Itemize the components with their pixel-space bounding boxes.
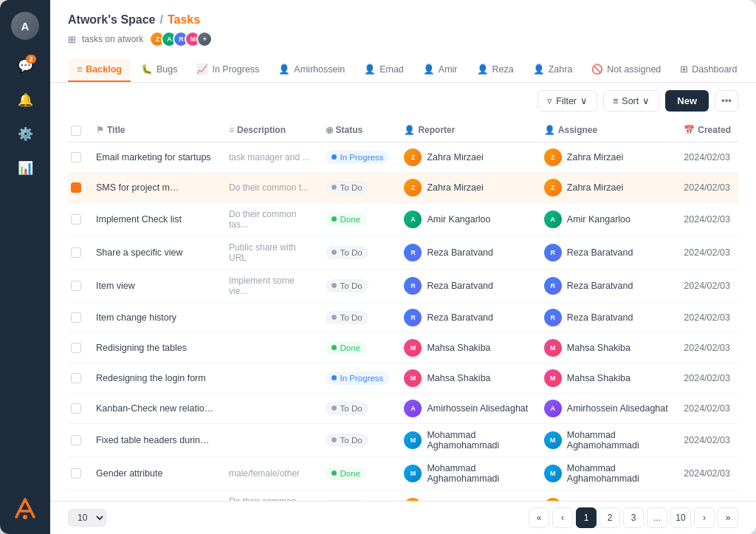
per-page-select[interactable]: 10 25 50 [68,509,106,527]
avatar[interactable]: A [11,12,39,40]
row-assignee: R Reza Baratvand [537,236,676,269]
assignee-avatar: M [544,339,562,357]
row-title[interactable]: Item view [89,269,221,302]
row-description: task manager and ... [221,142,318,172]
tab-backlog[interactable]: ≡ Backlog [68,58,131,82]
assignee-name: Mahsa Shakiba [567,373,630,383]
row-title[interactable]: SMS for project mOpen → [89,172,221,202]
toolbar: ▿ Filter ∨ ≡ Sort ∨ New ••• [50,83,756,119]
row-status[interactable]: Done [318,202,397,236]
table-row: Email marketing for startups task manage… [68,142,738,172]
row-title[interactable]: Fixed table headers during scrolling [89,423,221,456]
tab-reza-icon: 👤 [477,64,489,75]
row-status[interactable]: Done [318,456,397,490]
col-reporter[interactable]: 👤Reporter [396,119,536,142]
tab-emad-icon: 👤 [364,64,376,75]
tab-emad-label: Emad [379,64,404,75]
more-options-button[interactable]: ••• [715,90,738,112]
row-status[interactable]: To Do [318,172,397,202]
tab-reza[interactable]: 👤 Reza [468,58,523,82]
row-status[interactable]: To Do [318,236,397,269]
bell-icon[interactable]: 🔔 [11,86,39,114]
row-checkbox[interactable] [71,403,81,414]
row-checkbox[interactable] [71,182,81,193]
select-all-checkbox[interactable] [71,126,81,136]
member-avatar: + [196,31,213,47]
row-checkbox[interactable] [71,312,81,323]
tab-bugs[interactable]: 🐛 Bugs [132,58,187,82]
chat-icon[interactable]: 💬 2 [11,52,39,80]
row-status[interactable]: To Do [318,490,397,501]
status-badge: To Do [326,181,368,194]
settings-icon[interactable]: ⚙️ [11,120,39,148]
row-status[interactable]: To Do [318,302,397,332]
row-title[interactable]: Redisigning the tables [89,332,221,363]
assignee-name: Reza Baratvand [567,312,633,323]
open-badge: Open → [173,182,216,194]
row-checkbox[interactable] [71,247,81,258]
pagination-prev[interactable]: ‹ [552,507,573,528]
row-checkbox[interactable] [71,152,81,162]
reporter-name: Reza Baratvand [427,312,493,323]
pagination-next[interactable]: › [694,507,715,528]
pagination-page-10[interactable]: 10 [670,507,691,528]
row-description [221,332,318,363]
reporter-name: Mahsa Shakiba [427,373,490,383]
row-checkbox[interactable] [71,343,81,353]
sort-button[interactable]: ≡ Sort ∨ [603,90,659,112]
row-title[interactable]: Implement Check list [89,202,221,236]
row-checkbox[interactable] [71,468,81,479]
row-title[interactable]: Redesigning the login form [89,363,221,393]
pagination-ellipsis: ... [647,507,667,528]
col-created[interactable]: 📅Created [676,119,738,142]
pagination-last[interactable]: » [718,507,738,528]
table-row: Redisigning the tables Done M Mahsa Shak… [68,332,738,363]
row-assignee: M Mahsa Shakiba [537,363,676,393]
row-checkbox[interactable] [71,214,81,225]
row-checkbox[interactable] [71,435,81,445]
breadcrumb: Atwork's Space / Tasks [68,13,738,27]
filter-button[interactable]: ▿ Filter ∨ [537,90,597,112]
pagination-page-2[interactable]: 2 [599,507,620,528]
row-status[interactable]: To Do [318,393,397,423]
tab-dashboard[interactable]: ⊞ Dashboard [671,58,746,82]
tab-inprogress[interactable]: 📈 In Progress [188,58,268,82]
row-status[interactable]: Done [318,332,397,363]
pagination-first[interactable]: « [529,507,549,528]
pagination-page-3[interactable]: 3 [623,507,644,528]
row-title[interactable]: Kanban-Check new relation issue [89,393,221,423]
pagination-page-1[interactable]: 1 [576,507,597,528]
col-title[interactable]: ⚑Title [89,119,221,142]
assignee-name: Zahra Mirzaei [567,152,623,162]
col-status[interactable]: ◉Status [318,119,397,142]
row-title[interactable]: Share a specific view [89,236,221,269]
tab-zahra[interactable]: 👤 Zahra [524,58,582,82]
row-title[interactable]: Gender attribute [89,456,221,490]
row-title[interactable]: Email marketing for startups [89,142,221,172]
new-button[interactable]: New [665,90,709,112]
chart-icon[interactable]: 📊 [11,154,39,182]
table-row: Share a specific view Public share with … [68,236,738,269]
tab-amirhossein[interactable]: 👤 Amirhossein [269,58,354,82]
task-name: Tasks [168,13,200,27]
status-dot [331,154,337,160]
tab-amir[interactable]: 👤 Amir [414,58,467,82]
row-status[interactable]: In Progress [318,363,397,393]
row-checkbox[interactable] [71,373,81,383]
table-row: SMS for project managers Do their common… [68,490,738,501]
reporter-avatar: R [404,244,422,261]
col-description[interactable]: ≡Description [221,119,318,142]
row-checkbox[interactable] [71,281,81,291]
row-title[interactable]: Item change history [89,302,221,332]
tab-notassigned[interactable]: 🚫 Not assigned [583,58,670,82]
row-title[interactable]: SMS for project managers [89,490,221,501]
tab-emad[interactable]: 👤 Emad [355,58,413,82]
reporter-avatar: R [404,277,422,295]
col-assignee[interactable]: 👤Assignee [537,119,676,142]
row-checkbox-cell [68,142,89,172]
row-checkbox-cell [68,172,89,202]
row-status[interactable]: To Do [318,269,397,302]
row-reporter: Z Zahra Mirzaei [396,142,536,172]
row-status[interactable]: To Do [318,423,397,456]
row-status[interactable]: In Progress [318,142,397,172]
